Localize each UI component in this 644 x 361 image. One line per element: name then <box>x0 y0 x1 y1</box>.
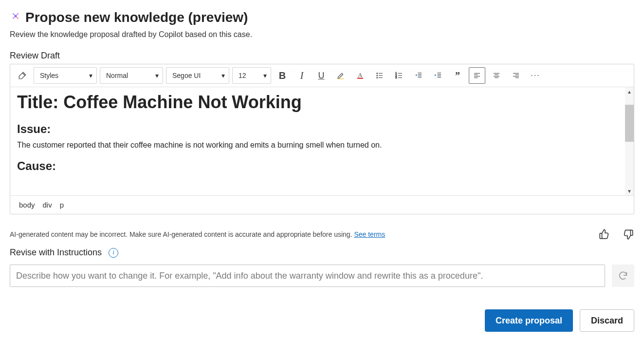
highlight-color-button[interactable] <box>332 67 349 84</box>
numbered-list-button[interactable]: 123 <box>391 67 407 84</box>
svg-point-5 <box>377 75 378 76</box>
editor-scrollbar[interactable]: ▲ ▼ <box>625 87 634 195</box>
info-icon[interactable]: i <box>109 248 118 258</box>
page-title: Propose new knowledge (preview) <box>25 10 248 25</box>
bullet-list-button[interactable] <box>371 67 388 84</box>
thumbs-up-icon[interactable] <box>598 228 611 241</box>
draft-cause-heading: Cause: <box>17 159 627 173</box>
footer-actions: Create proposal Discard <box>10 309 634 332</box>
align-right-button[interactable] <box>508 67 524 84</box>
revise-label: Revise with Instructions <box>10 247 102 258</box>
scroll-down-icon[interactable]: ▼ <box>625 187 634 195</box>
draft-title: Title: Coffee Machine Not Working <box>17 92 627 113</box>
element-path-bar: body div p <box>10 195 634 214</box>
blockquote-button[interactable]: ” <box>449 67 466 84</box>
review-draft-label: Review Draft <box>10 51 634 61</box>
font-color-button[interactable]: A <box>352 67 368 84</box>
create-proposal-button[interactable]: Create proposal <box>485 309 573 332</box>
align-left-button[interactable] <box>469 67 485 84</box>
format-dropdown-value: Normal <box>106 72 128 79</box>
scroll-up-icon[interactable]: ▲ <box>625 87 634 96</box>
caret-down-icon: ▾ <box>89 72 92 79</box>
page-subtitle: Review the knowledge proposal drafted by… <box>10 30 634 39</box>
font-dropdown-value: Segoe UI <box>172 72 201 79</box>
format-painter-icon[interactable] <box>14 67 31 84</box>
format-dropdown[interactable]: Normal ▾ <box>100 67 163 84</box>
caret-down-icon: ▾ <box>221 72 225 79</box>
bold-button[interactable]: B <box>274 67 291 84</box>
more-options-button[interactable]: ··· <box>527 67 544 84</box>
align-center-button[interactable] <box>488 67 505 84</box>
thumbs-down-icon[interactable] <box>622 228 634 241</box>
italic-button[interactable]: I <box>294 67 310 84</box>
editor-toolbar: Styles ▾ Normal ▾ Segoe UI ▾ 12 ▾ B I U … <box>10 64 634 87</box>
svg-rect-2 <box>357 78 363 79</box>
rich-text-editor: Styles ▾ Normal ▾ Segoe UI ▾ 12 ▾ B I U … <box>10 64 634 214</box>
page-header: Propose new knowledge (preview) <box>10 10 634 25</box>
underline-button[interactable]: U <box>313 67 330 84</box>
decrease-indent-button[interactable] <box>410 67 427 84</box>
svg-text:A: A <box>358 72 363 78</box>
see-terms-link[interactable]: See terms <box>354 230 385 238</box>
ai-disclaimer: AI-generated content may be incorrect. M… <box>10 230 385 238</box>
styles-dropdown-value: Styles <box>40 72 58 79</box>
editor-content[interactable]: Title: Coffee Machine Not Working Issue:… <box>10 87 634 195</box>
copilot-icon <box>10 12 21 23</box>
font-size-dropdown[interactable]: 12 ▾ <box>232 67 271 84</box>
regenerate-button[interactable] <box>612 265 634 287</box>
svg-rect-0 <box>338 78 344 79</box>
feedback-buttons <box>598 228 634 241</box>
discard-button[interactable]: Discard <box>580 309 634 332</box>
draft-issue-text: The customer reported that their coffee … <box>17 141 627 150</box>
caret-down-icon: ▾ <box>155 72 159 79</box>
path-segment-body[interactable]: body <box>19 201 35 209</box>
svg-text:3: 3 <box>396 76 397 79</box>
scroll-thumb[interactable] <box>625 105 634 142</box>
revise-instructions-input[interactable] <box>10 265 605 287</box>
caret-down-icon: ▾ <box>263 72 267 79</box>
styles-dropdown[interactable]: Styles ▾ <box>34 67 97 84</box>
ai-disclaimer-text: AI-generated content may be incorrect. M… <box>10 230 354 238</box>
path-segment-p[interactable]: p <box>60 201 64 209</box>
font-dropdown[interactable]: Segoe UI ▾ <box>166 67 229 84</box>
svg-point-7 <box>377 77 378 78</box>
font-size-dropdown-value: 12 <box>239 72 246 79</box>
increase-indent-button[interactable] <box>430 67 446 84</box>
svg-point-3 <box>377 73 378 74</box>
draft-issue-heading: Issue: <box>17 122 627 136</box>
path-segment-div[interactable]: div <box>43 201 52 209</box>
